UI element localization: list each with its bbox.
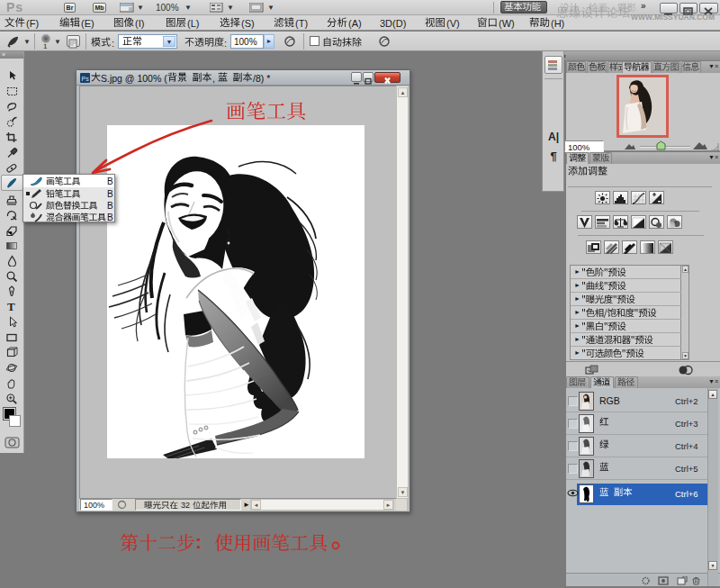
svg-text:Ps: Ps <box>82 76 90 82</box>
